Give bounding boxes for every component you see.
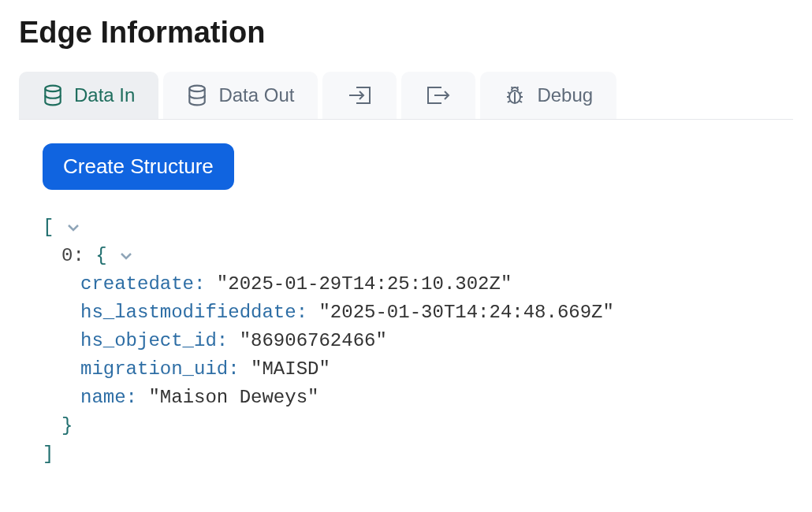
svg-line-10 xyxy=(512,87,512,89)
tab-debug[interactable]: Debug xyxy=(480,72,616,119)
json-close-brace: } xyxy=(61,415,73,436)
json-value: "2025-01-29T14:25:10.302Z" xyxy=(217,273,512,295)
tab-content: Create Structure [ 0: { createdate: "202… xyxy=(19,120,793,469)
svg-point-1 xyxy=(190,86,205,92)
json-value: "MAISD" xyxy=(251,358,330,380)
create-structure-button[interactable]: Create Structure xyxy=(43,143,234,190)
bug-icon xyxy=(504,84,526,106)
tab-label: Data Out xyxy=(218,84,294,106)
svg-line-11 xyxy=(517,87,518,89)
json-value: "2025-01-30T14:24:48.669Z" xyxy=(318,302,613,323)
json-key: hs_object_id: xyxy=(80,330,228,351)
svg-line-9 xyxy=(520,101,522,102)
json-value: "Maison Deweys" xyxy=(148,387,318,408)
svg-line-6 xyxy=(508,92,510,94)
expand-toggle-icon[interactable] xyxy=(120,251,132,261)
json-open-array[interactable]: [ xyxy=(43,217,54,238)
svg-point-0 xyxy=(45,86,60,92)
input-arrow-icon xyxy=(346,84,373,106)
json-index: 0: xyxy=(61,245,84,266)
json-open-brace[interactable]: { xyxy=(95,245,106,266)
svg-line-8 xyxy=(508,101,510,102)
json-value: "86906762466" xyxy=(240,330,387,351)
json-key: createdate: xyxy=(80,273,205,295)
database-icon xyxy=(187,84,207,106)
tab-label: Data In xyxy=(74,84,135,106)
tab-label: Debug xyxy=(537,84,593,106)
tab-output[interactable] xyxy=(401,72,475,119)
json-key: migration_uid: xyxy=(80,358,240,380)
tab-data-out[interactable]: Data Out xyxy=(163,72,318,119)
json-close-array: ] xyxy=(43,443,54,465)
svg-line-7 xyxy=(520,92,522,94)
tab-input[interactable] xyxy=(322,72,397,119)
tab-data-in[interactable]: Data In xyxy=(19,72,158,119)
database-icon xyxy=(43,84,63,106)
json-key: name: xyxy=(80,387,137,408)
expand-toggle-icon[interactable] xyxy=(67,223,80,232)
json-key: hs_lastmodifieddate: xyxy=(80,302,307,323)
page-title: Edge Information xyxy=(19,16,793,50)
output-arrow-icon xyxy=(425,84,452,106)
json-viewer: [ 0: { createdate: "2025-01-29T14:25:10.… xyxy=(43,213,769,469)
tab-bar: Data In Data Out xyxy=(19,72,793,120)
